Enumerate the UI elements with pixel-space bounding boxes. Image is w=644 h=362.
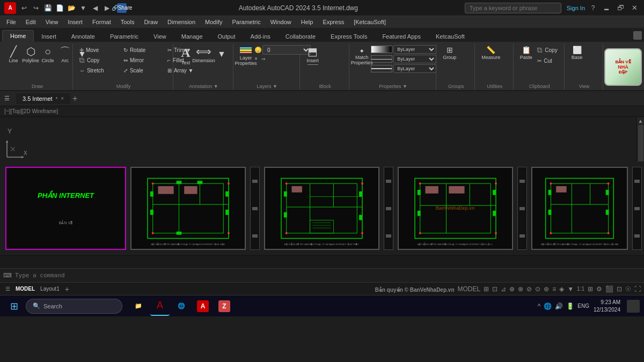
annotate-scale-icon[interactable]: ⊞ <box>588 285 593 293</box>
menu-express[interactable]: Express <box>318 18 348 26</box>
base-view-btn[interactable]: ⬜ Base <box>569 45 585 77</box>
taskbar-autocad[interactable]: A <box>150 297 170 316</box>
redo-btn[interactable]: ↪ <box>31 3 41 13</box>
ortho-icon[interactable]: ⊿ <box>501 285 506 293</box>
hamburger-status[interactable]: ☰ <box>3 286 12 292</box>
measure-btn[interactable]: 📏 Measure <box>479 45 502 77</box>
left-arrow[interactable]: ◀ <box>90 3 100 13</box>
tab-express-tools[interactable]: Express Tools <box>323 31 375 42</box>
tab-parametric[interactable]: Parametric <box>103 31 146 42</box>
linetype-dropdown[interactable]: ByLayer <box>393 55 436 63</box>
copy-btn[interactable]: ⿻ Copy <box>77 55 120 65</box>
group-btn[interactable]: ⊞ Group <box>441 45 458 77</box>
dyn-icon[interactable]: ⊛ <box>544 285 549 293</box>
snap-icon[interactable]: ⊡ <box>492 285 497 293</box>
menu-help[interactable]: Help <box>297 18 318 26</box>
minimize-btn[interactable]: 🗕 <box>601 3 612 13</box>
arc-btn[interactable]: ⌒ Arc <box>57 45 73 77</box>
color-dropdown[interactable]: ByLayer <box>393 45 436 54</box>
command-input[interactable] <box>15 272 641 279</box>
tab-annotate[interactable]: Annotate <box>64 31 103 42</box>
sel-filter-icon[interactable]: ▼ <box>567 285 574 293</box>
ui-icon[interactable]: ⬛ <box>605 285 613 293</box>
tab-view[interactable]: View <box>146 31 174 42</box>
open-btn[interactable]: 📂 <box>67 3 76 13</box>
ws-switch-icon[interactable]: ⚙ <box>596 285 602 293</box>
mirror-btn[interactable]: ⇔ Mirror <box>121 55 164 65</box>
paste-btn[interactable]: 📋 Paste <box>518 45 534 77</box>
tab-manage[interactable]: Manage <box>174 31 210 42</box>
menu-edit[interactable]: Edit <box>21 18 40 26</box>
battery-icon[interactable]: 🔋 <box>566 302 574 310</box>
insert-btn[interactable]: ⬒ Insert <box>304 45 321 77</box>
taskbar-search[interactable]: 🔍 Search <box>26 299 122 314</box>
hamburger-menu[interactable]: ☰ <box>4 95 10 102</box>
menu-format[interactable]: Format <box>88 18 115 26</box>
help-icon[interactable]: ? <box>588 3 598 13</box>
model-icon[interactable]: MODEL <box>458 285 481 293</box>
undo-btn[interactable]: ↩ <box>19 3 29 13</box>
ribbon-toggle[interactable] <box>633 31 642 40</box>
thumbnail-4[interactable]: BanVeNhaDep.vn MẶT BẰNG BỐ TRÍ CÁM ĐIỆN … <box>398 167 513 250</box>
move-btn[interactable]: ✛ Move <box>77 45 120 55</box>
tray-chevron[interactable]: ^ <box>538 302 541 310</box>
layout1-tab[interactable]: Layout1 <box>38 286 62 292</box>
match-properties-btn[interactable]: ⬥ MatchProperties <box>354 45 370 77</box>
tab-collaborate[interactable]: Collaborate <box>278 31 323 42</box>
tab-addins[interactable]: Add-ins <box>243 31 278 42</box>
ducs-icon[interactable]: ⊙ <box>535 285 540 293</box>
isolate-icon[interactable]: ☉ <box>625 285 631 293</box>
lang-display[interactable]: ENG <box>577 303 589 309</box>
thumbnail-5[interactable]: MẶT BẰNG BỐ TRÍ CÁM ĐIỆN THOẠI, TV VÀ MẠ… <box>531 167 628 250</box>
tab-ketcausoft[interactable]: KetcauSoft <box>428 31 472 42</box>
right-arrow[interactable]: ▶ <box>102 3 112 13</box>
tab-output[interactable]: Output <box>210 31 243 42</box>
start-button[interactable]: ⊞ <box>4 297 24 316</box>
add-tab-btn[interactable]: + <box>72 94 77 104</box>
taskbar-file-explorer[interactable]: 📁 <box>129 297 148 316</box>
menu-parametric[interactable]: Parametric <box>228 18 265 26</box>
tab-insert[interactable]: Insert <box>34 31 64 42</box>
grid-icon[interactable]: ⊞ <box>484 285 489 293</box>
lineweight-dropdown[interactable]: ByLayer <box>393 64 436 73</box>
layer-light-icon[interactable]: 💡 <box>255 47 261 53</box>
maximize-btn[interactable]: 🗗 <box>615 3 626 13</box>
scroll-up-btn[interactable]: ▲ <box>638 118 643 124</box>
menu-modify[interactable]: Modify <box>201 18 226 26</box>
menu-insert[interactable]: Insert <box>63 18 87 26</box>
taskbar-acrobat[interactable]: A <box>193 297 213 316</box>
scale-btn[interactable]: ⤢ Scale <box>121 65 164 75</box>
layer-properties-btn[interactable]: LayerProperties <box>238 45 254 77</box>
network-icon[interactable]: 🌐 <box>544 302 552 310</box>
polar-icon[interactable]: ⊕ <box>509 285 515 293</box>
transparency-icon[interactable]: ◈ <box>559 285 564 293</box>
add-layout-btn[interactable]: + <box>63 285 71 293</box>
dimension-btn[interactable]: ⟺ Dimension <box>195 45 213 77</box>
polyline-btn[interactable]: ⬡ Polyline <box>23 45 39 77</box>
sign-in-btn[interactable]: Sign In <box>567 5 585 11</box>
menu-file[interactable]: File <box>2 18 20 26</box>
stretch-btn[interactable]: ↔ Stretch <box>77 65 120 75</box>
dropdown-btn[interactable]: ▼ <box>78 3 88 13</box>
thumbnail-2[interactable]: MẶT BẰNG BỐ TRÍ CÁM ĐIỆN THOẠI, TV VÀ MẠ… <box>130 167 246 250</box>
taskbar-chrome[interactable]: 🌐 <box>172 297 191 316</box>
menu-ketcausoft[interactable]: [KetcauSoft] <box>349 18 390 26</box>
menu-view[interactable]: View <box>41 18 63 26</box>
rotate-btn[interactable]: ↻ Rotate <box>121 45 164 55</box>
tab-home[interactable]: Home <box>2 30 34 42</box>
fullscreen-icon[interactable]: ⛶ <box>634 285 641 293</box>
thumbnail-3[interactable]: MẶT BẰNG BỐ TRÍ CÁM ĐIỆN THOẠI, TV VÀ MẠ… <box>264 167 379 250</box>
annotation-more-btn[interactable]: ▼ <box>214 45 230 60</box>
menu-draw[interactable]: Draw <box>140 18 162 26</box>
perf-icon[interactable]: ⊡ <box>617 285 622 293</box>
volume-icon[interactable]: 🔊 <box>555 302 563 310</box>
show-desktop-btn[interactable] <box>627 300 640 313</box>
otrack-icon[interactable]: ⊘ <box>526 285 532 293</box>
taskbar-zotero[interactable]: Z <box>215 297 234 316</box>
search-input[interactable] <box>465 3 561 13</box>
new-btn[interactable]: 📄 <box>55 3 64 13</box>
menu-window[interactable]: Window <box>266 18 296 26</box>
tab-featured-apps[interactable]: Featured Apps <box>375 31 428 42</box>
thumbnail-1[interactable]: PHẦN INTERNET BẢN VẼ <box>5 167 126 250</box>
close-btn[interactable]: ✕ <box>629 3 640 13</box>
